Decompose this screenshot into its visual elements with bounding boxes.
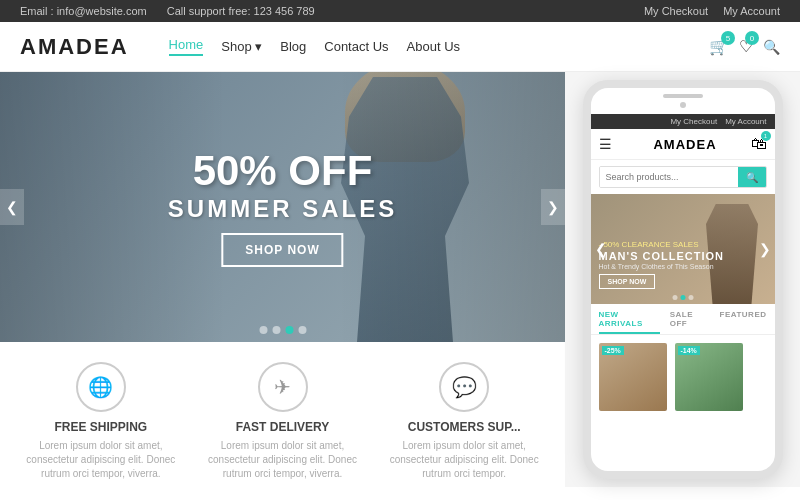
phone-hero-dots — [672, 295, 693, 300]
hero-next-button[interactable]: ❯ — [541, 189, 565, 225]
hero-dot-2[interactable] — [272, 326, 280, 334]
phone-search-button[interactable]: 🔍 — [738, 167, 766, 187]
shipping-text: Lorem ipsum dolor sit amet, consectetur … — [15, 439, 187, 481]
phone-product-tabs: NEW ARRIVALS SALE OFF FEATURED — [591, 304, 775, 335]
logo: AMADEA — [20, 34, 129, 60]
top-bar: Email : info@website.com Call support fr… — [0, 0, 800, 22]
hero-dot-3[interactable] — [285, 326, 293, 334]
mobile-preview: My Checkout My Account ☰ AMADEA 🛍 1 🔍 — [565, 72, 800, 487]
phone-topbar: My Checkout My Account — [591, 114, 775, 129]
phone-dot-2[interactable] — [680, 295, 685, 300]
phone-products-row: -25% -14% — [591, 335, 775, 419]
header: AMADEA Home Shop ▾ Blog Contact Us About… — [0, 22, 800, 72]
cart-icon-2[interactable]: ♡ 0 — [739, 37, 753, 56]
features-section: 🌐 FREE SHIPPING Lorem ipsum dolor sit am… — [0, 342, 565, 487]
phone-account-label: My Account — [725, 117, 766, 126]
hero-dot-1[interactable] — [259, 326, 267, 334]
phone-product-1[interactable]: -25% — [599, 343, 667, 411]
phone-hero-prev[interactable]: ❮ — [593, 239, 609, 259]
phone-hero-title: MAN'S COLLECTION — [599, 249, 725, 263]
feature-delivery: ✈ FAST DELIVERY Lorem ipsum dolor sit am… — [192, 362, 374, 481]
phone-header: ☰ AMADEA 🛍 1 — [591, 129, 775, 160]
top-bar-right: My Checkout My Account — [644, 5, 780, 17]
phone-tab-featured[interactable]: FEATURED — [720, 310, 767, 334]
hero-prev-button[interactable]: ❮ — [0, 189, 24, 225]
phone-search-input[interactable] — [600, 167, 738, 187]
phone-product-1-badge: -25% — [602, 346, 624, 355]
nav-contact[interactable]: Contact Us — [324, 39, 388, 54]
delivery-title: FAST DELIVERY — [197, 420, 369, 434]
feature-support: 💬 CUSTOMERS SUP... Lorem ipsum dolor sit… — [373, 362, 555, 481]
hero-shop-now-button[interactable]: SHOP NOW — [221, 233, 343, 267]
phone-tab-sale-off[interactable]: SALE OFF — [670, 310, 710, 334]
nav-shop[interactable]: Shop ▾ — [221, 39, 262, 54]
phone-cart-badge: 1 — [761, 131, 771, 141]
cart-badge-2: 0 — [745, 31, 759, 45]
phone-camera — [680, 102, 686, 108]
cart-badge-1: 5 — [721, 31, 735, 45]
cart-icon-1[interactable]: 🛒 5 — [709, 37, 729, 56]
phone-hero-subtitle: Hot & Trendy Clothes of This Season — [599, 263, 725, 270]
nav-about[interactable]: About Us — [407, 39, 460, 54]
phone-cart-icon[interactable]: 🛍 1 — [751, 135, 767, 153]
phone-content: My Checkout My Account ☰ AMADEA 🛍 1 🔍 — [591, 114, 775, 477]
desktop-section: 50% OFF SUMMER SALES SHOP NOW ❮ ❯ 🌐 FREE… — [0, 72, 565, 487]
hero-percent: 50% OFF — [168, 147, 397, 195]
phone-product-2-badge: -14% — [678, 346, 700, 355]
phone-hero-shop-now[interactable]: SHOP NOW — [599, 274, 656, 289]
hero-dots — [259, 326, 306, 334]
support-text: Lorem ipsum dolor sit amet, consectetur … — [378, 439, 550, 481]
support-icon: 💬 — [439, 362, 489, 412]
nav-blog[interactable]: Blog — [280, 39, 306, 54]
top-bar-left: Email : info@website.com Call support fr… — [20, 5, 315, 17]
phone-speaker — [663, 94, 703, 98]
phone-product-2[interactable]: -14% — [675, 343, 743, 411]
phone-search-bar: 🔍 — [599, 166, 767, 188]
phone-hero-sale: - 50% CLEARANCE SALES — [599, 240, 725, 249]
account-link[interactable]: My Account — [723, 5, 780, 17]
hero-slider: 50% OFF SUMMER SALES SHOP NOW ❮ ❯ — [0, 72, 565, 342]
phone-tab-new-arrivals[interactable]: NEW ARRIVALS — [599, 310, 660, 334]
phone-dot-3[interactable] — [688, 295, 693, 300]
phone-hero: - 50% CLEARANCE SALES MAN'S COLLECTION H… — [591, 194, 775, 304]
phone-frame: My Checkout My Account ☰ AMADEA 🛍 1 🔍 — [583, 80, 783, 479]
hero-dot-4[interactable] — [298, 326, 306, 334]
phone-logo: AMADEA — [620, 137, 751, 152]
delivery-icon: ✈ — [258, 362, 308, 412]
nav-icons: 🛒 5 ♡ 0 🔍 — [709, 37, 780, 56]
phone-checkout-label: My Checkout — [670, 117, 717, 126]
delivery-text: Lorem ipsum dolor sit amet, consectetur … — [197, 439, 369, 481]
support-title: CUSTOMERS SUP... — [378, 420, 550, 434]
checkout-link[interactable]: My Checkout — [644, 5, 708, 17]
search-icon[interactable]: 🔍 — [763, 39, 780, 55]
hero-sale-text: SUMMER SALES — [168, 195, 397, 223]
email-label: Email : info@website.com — [20, 5, 147, 17]
feature-shipping: 🌐 FREE SHIPPING Lorem ipsum dolor sit am… — [10, 362, 192, 481]
phone-label: Call support free: 123 456 789 — [167, 5, 315, 17]
shipping-title: FREE SHIPPING — [15, 420, 187, 434]
hero-text: 50% OFF SUMMER SALES SHOP NOW — [168, 147, 397, 267]
main-nav: Home Shop ▾ Blog Contact Us About Us — [169, 37, 709, 56]
nav-home[interactable]: Home — [169, 37, 204, 56]
main-area: 50% OFF SUMMER SALES SHOP NOW ❮ ❯ 🌐 FREE… — [0, 72, 800, 487]
phone-hero-next[interactable]: ❯ — [757, 239, 773, 259]
shipping-icon: 🌐 — [76, 362, 126, 412]
phone-hero-text: - 50% CLEARANCE SALES MAN'S COLLECTION H… — [599, 240, 725, 289]
phone-menu-icon[interactable]: ☰ — [599, 136, 612, 152]
phone-dot-1[interactable] — [672, 295, 677, 300]
